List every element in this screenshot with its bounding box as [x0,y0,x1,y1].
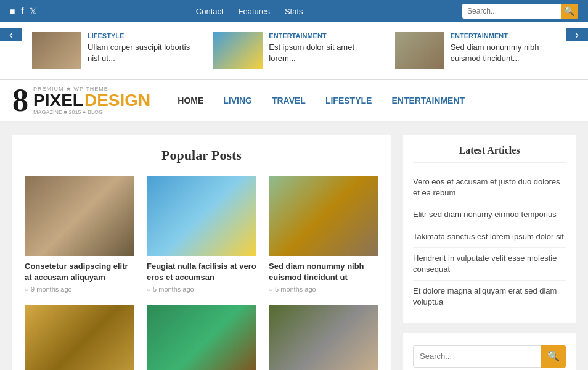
post-image-1 [147,176,256,256]
post-card-1: Feugiat nulla facilisis at vero eros et … [147,176,256,293]
popular-posts-title: Popular Posts [25,147,378,163]
slider-category-2: Entertainment [451,32,556,39]
post-image-2 [269,176,378,256]
post-meta-2: 5 months ago [269,286,378,293]
popular-posts-section: Popular Posts Consetetur sadipscing elit… [12,135,391,370]
top-bar-search-input[interactable] [462,4,561,18]
featured-slider: ‹ Lifestyle Ullam corper suscipit lobort… [0,22,588,80]
post-card-3 [25,305,134,370]
slider-thumb-0 [32,32,81,69]
latest-articles-widget: Latest Articles Vero eos et accusam et j… [403,135,576,323]
slider-next-button[interactable]: › [566,28,588,41]
post-meta-0: 9 months ago [25,286,134,293]
facebook-icon[interactable]: f [21,6,23,16]
slider-item-0: Lifestyle Ullam corper suscipit lobortis… [22,28,203,73]
main-content: Popular Posts Consetetur sadipscing elit… [0,123,588,370]
logo-design: DESIGN [84,92,150,109]
main-nav: HOME LIVING TRAVEL LIFESTYLE ENTERTAINME… [169,91,473,110]
post-title-0: Consetetur sadipscing elitr at accusam a… [25,261,134,283]
logo-number: 8 [12,84,28,117]
rss-icon[interactable]: ■ [10,6,15,16]
nav-entertainment[interactable]: ENTERTAINMENT [383,91,473,110]
twitter-icon[interactable]: 𝕏 [30,6,36,16]
slider-content-2: Entertainment Sed diam nonummy nibh euis… [451,32,556,64]
nav-travel[interactable]: TRAVEL [263,91,314,110]
slider-thumb-2 [395,32,444,69]
nav-home[interactable]: HOME [169,91,212,110]
post-card-5 [269,305,378,370]
logo-nav-bar: 8 PREMIUM ★ WP THEME PIXEL DESIGN MAGAZI… [0,80,588,123]
sidebar-search-form: 🔍 [413,345,566,368]
post-image-4 [147,305,256,370]
slider-category-0: Lifestyle [88,32,193,39]
sidebar-search-widget: 🔍 [403,333,576,371]
slider-items: Lifestyle Ullam corper suscipit lobortis… [22,28,566,73]
article-item-3[interactable]: Hendrerit in vulputate velit esse molest… [413,248,566,281]
slider-thumb-1 [213,32,263,69]
slider-title-1: Est ipsum dolor sit amet lorem... [269,42,374,64]
post-card-2: Sed diam nonummy nibh euismod tincidunt … [269,176,378,293]
slider-content-0: Lifestyle Ullam corper suscipit lobortis… [88,32,193,64]
post-image-5 [269,305,378,370]
article-item-4[interactable]: Et dolore magna aliquyam erat sed diam v… [413,281,566,313]
post-title-2: Sed diam nonummy nibh euismod tincidunt … [269,261,378,283]
slider-title-2: Sed diam nonummy nibh euismod tincidunt.… [451,42,556,64]
post-card-4 [147,305,256,370]
nav-living[interactable]: LIVING [214,91,261,110]
top-bar-nav: Contact Features Stats [196,7,303,16]
nav-stats[interactable]: Stats [285,7,303,16]
top-bar-search-area: 🔍 [462,4,578,18]
post-meta-1: 5 months ago [147,286,256,293]
slider-content-1: Entertainment Est ipsum dolor sit amet l… [269,32,374,64]
article-list: Vero eos et accusam et justo duo dolores… [413,171,566,313]
sidebar-search-input[interactable] [413,345,541,368]
slider-item-2: Entertainment Sed diam nonummy nibh euis… [385,28,566,73]
top-bar-left: ■ f 𝕏 [10,6,36,16]
logo-area: 8 PREMIUM ★ WP THEME PIXEL DESIGN MAGAZI… [12,84,150,117]
nav-features[interactable]: Features [239,7,270,16]
slider-category-1: Entertainment [269,32,374,39]
top-bar: ■ f 𝕏 Contact Features Stats 🔍 [0,0,588,22]
logo-pixel: PIXEL [33,92,83,109]
article-item-2[interactable]: Takimata sanctus est lorem ipsum dolor s… [413,226,566,248]
nav-contact[interactable]: Contact [196,7,224,16]
posts-grid: Consetetur sadipscing elitr at accusam a… [25,176,378,370]
logo-sub-label: MAGAZINE ■ 2015 ● BLOG [33,109,150,115]
post-card-0: Consetetur sadipscing elitr at accusam a… [25,176,134,293]
logo-text: PREMIUM ★ WP THEME PIXEL DESIGN MAGAZINE… [33,86,150,115]
article-item-1[interactable]: Elitr sed diam nonumy eirmod temporius [413,204,566,226]
post-image-0 [25,176,134,256]
nav-lifestyle[interactable]: LIFESTYLE [317,91,380,110]
slider-title-0: Ullam corper suscipit lobortis nisl ut..… [88,42,193,64]
slider-item-1: Entertainment Est ipsum dolor sit amet l… [203,28,385,73]
slider-prev-button[interactable]: ‹ [0,28,22,41]
latest-articles-title: Latest Articles [413,145,566,163]
post-image-3 [25,305,134,370]
article-item-0[interactable]: Vero eos et accusam et justo duo dolores… [413,171,566,204]
top-bar-search-button[interactable]: 🔍 [561,4,578,18]
post-title-1: Feugiat nulla facilisis at vero eros et … [147,261,256,283]
sidebar-search-button[interactable]: 🔍 [541,345,566,368]
sidebar: Latest Articles Vero eos et accusam et j… [403,135,576,370]
